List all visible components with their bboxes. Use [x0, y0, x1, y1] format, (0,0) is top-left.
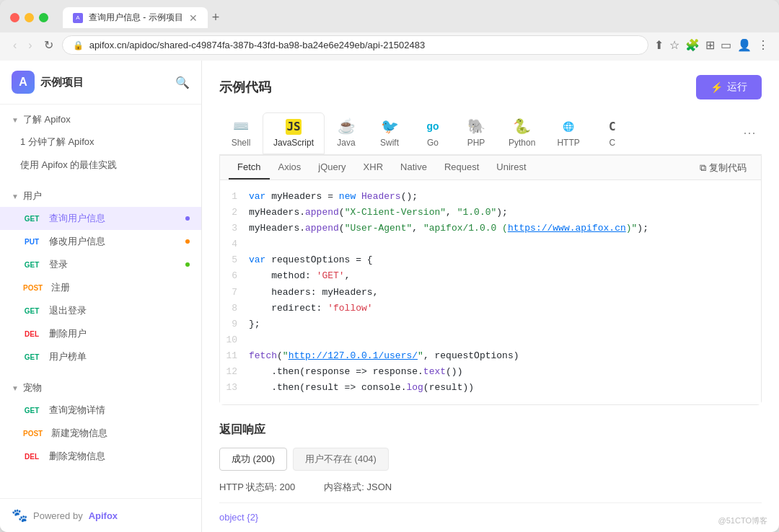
response-object[interactable]: object {2}: [219, 512, 762, 523]
extension-icon[interactable]: 🧩: [685, 38, 700, 52]
line-number: 9: [226, 316, 249, 332]
close-tab-button[interactable]: ✕: [189, 12, 198, 24]
traffic-lights: [10, 13, 48, 22]
http-status: HTTP 状态码: 200: [219, 481, 295, 494]
profile-icon[interactable]: 👤: [737, 38, 752, 52]
address-bar: ‹ › ↻ 🔒 apifox.cn/apidoc/shared-c49874fa…: [0, 32, 779, 61]
sidebar-toggle[interactable]: ▭: [721, 38, 731, 52]
minimize-button[interactable]: [25, 13, 34, 22]
method-badge-del: DEL: [20, 329, 43, 339]
tab-c[interactable]: C C: [591, 111, 634, 154]
sidebar-group-label: 用户: [23, 190, 42, 203]
tab-php[interactable]: 🐘 PHP: [454, 111, 498, 154]
code-text: headers: myHeaders,: [249, 285, 378, 301]
tab-favicon: A: [73, 13, 83, 23]
menu-icon[interactable]: ⋮: [757, 38, 769, 52]
response-tab-label: 成功 (200): [232, 453, 275, 464]
code-line: 5 var requestOptions = {: [220, 252, 761, 268]
sidebar-item-best-practice[interactable]: 使用 Apifox 的最佳实践: [0, 154, 201, 177]
subtab-request[interactable]: Request: [436, 156, 488, 179]
subtab-axios[interactable]: Axios: [270, 156, 310, 179]
subtab-jquery[interactable]: jQuery: [309, 156, 354, 179]
line-number: 5: [226, 252, 249, 268]
tab-label: Go: [427, 138, 439, 148]
sidebar-item-get-user[interactable]: GET 查询用户信息: [0, 207, 201, 230]
tab-go[interactable]: go Go: [411, 111, 454, 154]
brand-icon: A: [12, 71, 35, 94]
sidebar-item-put-user[interactable]: PUT 修改用户信息: [0, 230, 201, 253]
language-tabs: ⌨️ Shell JS JavaScript ☕ Java 🐦 Swift go: [219, 111, 762, 155]
line-number: 10: [226, 332, 249, 348]
response-meta: HTTP 状态码: 200 内容格式: JSON: [219, 481, 762, 503]
new-tab-button[interactable]: +: [212, 10, 220, 25]
subtab-xhr[interactable]: XHR: [355, 156, 392, 179]
run-button[interactable]: ⚡ 运行: [696, 75, 762, 99]
close-button[interactable]: [10, 13, 19, 22]
forward-button[interactable]: ›: [25, 37, 35, 53]
bookmark-icon[interactable]: ☆: [669, 38, 679, 52]
code-block: 1 var myHeaders = new Headers(); 2 myHea…: [220, 180, 761, 404]
tab-python[interactable]: 🐍 Python: [498, 111, 546, 154]
c-icon: C: [604, 118, 621, 135]
tab-javascript[interactable]: JS JavaScript: [263, 112, 325, 154]
sidebar-group-apifox[interactable]: ▼ 了解 Apifox: [0, 109, 201, 130]
sidebar-item-label: 注册: [51, 281, 70, 294]
puzzle-icon[interactable]: ⊞: [705, 38, 715, 52]
tab-swift[interactable]: 🐦 Swift: [368, 111, 411, 154]
back-button[interactable]: ‹: [10, 37, 19, 53]
sidebar-item-1min[interactable]: 1 分钟了解 Apifox: [0, 130, 201, 154]
code-line: 7 headers: myHeaders,: [220, 285, 761, 301]
subtab-native[interactable]: Native: [392, 156, 436, 179]
return-title: 返回响应: [219, 422, 762, 438]
code-line: 12 .then(response => response.text()): [220, 364, 761, 380]
line-number: 3: [226, 221, 249, 236]
maximize-button[interactable]: [39, 13, 48, 22]
copy-code-button[interactable]: ⧉ 复制代码: [694, 159, 752, 177]
code-line: 9 };: [220, 316, 761, 332]
brand-name: 示例项目: [40, 76, 84, 89]
sidebar-item-get-logout[interactable]: GET 退出登录: [0, 299, 201, 322]
response-tab-200[interactable]: 成功 (200): [219, 448, 287, 471]
method-badge-get: GET: [20, 406, 43, 415]
more-languages-icon[interactable]: ⋯: [737, 125, 762, 141]
sidebar-search-icon[interactable]: 🔍: [175, 76, 190, 89]
code-line: 2 myHeaders.append("X-Client-Version", "…: [220, 205, 761, 221]
sidebar-group-user[interactable]: ▼ 用户: [0, 185, 201, 207]
tab-http[interactable]: 🌐 HTTP: [546, 111, 590, 154]
sidebar-item-label: 1 分钟了解 Apifox: [20, 136, 94, 148]
response-tab-404[interactable]: 用户不存在 (404): [293, 448, 389, 471]
run-button-label: 运行: [727, 81, 747, 94]
tab-label: Java: [337, 138, 355, 148]
lock-icon: 🔒: [73, 40, 84, 50]
sidebar-item-post-pet[interactable]: POST 新建宠物信息: [0, 422, 201, 445]
reload-button[interactable]: ↻: [41, 37, 56, 53]
python-icon: 🐍: [514, 118, 531, 135]
subtab-fetch[interactable]: Fetch: [229, 156, 270, 179]
go-icon: go: [424, 118, 441, 135]
share-icon[interactable]: ⬆: [654, 38, 664, 52]
sidebar-item-label: 退出登录: [49, 304, 87, 317]
sidebar-item-get-ranking[interactable]: GET 用户榜单: [0, 345, 201, 368]
active-browser-tab[interactable]: A 查询用户信息 - 示例项目 ✕: [63, 7, 208, 28]
sidebar-item-del-user[interactable]: DEL 删除用户: [0, 322, 201, 345]
url-bar[interactable]: 🔒 apifox.cn/apidoc/shared-c49874fa-387b-…: [62, 35, 648, 55]
line-number: 2: [226, 205, 249, 221]
sidebar-item-get-login[interactable]: GET 登录: [0, 253, 201, 276]
sidebar-item-label: 用户榜单: [49, 350, 87, 363]
code-text: };: [249, 316, 260, 332]
tab-java[interactable]: ☕ Java: [325, 111, 368, 154]
line-number: 4: [226, 236, 249, 252]
title-bar: A 查询用户信息 - 示例项目 ✕ +: [0, 0, 779, 32]
code-text: redirect: 'follow': [249, 301, 373, 316]
sidebar-item-del-pet[interactable]: DEL 删除宠物信息: [0, 445, 201, 468]
sidebar-item-label: 使用 Apifox 的最佳实践: [20, 159, 117, 172]
sidebar-item-label: 新建宠物信息: [51, 427, 107, 440]
sidebar-group-pet[interactable]: ▼ 宠物: [0, 377, 201, 399]
content-type: 内容格式: JSON: [324, 481, 392, 494]
sidebar-item-get-pet[interactable]: GET 查询宠物详情: [0, 399, 201, 422]
main-content: 示例代码 ⚡ 运行 ⌨️ Shell JS JavaScript ☕: [202, 61, 779, 532]
sidebar-item-post-register[interactable]: POST 注册: [0, 276, 201, 299]
subtab-unirest[interactable]: Unirest: [488, 156, 534, 179]
copy-label: 复制代码: [709, 161, 747, 174]
tab-shell[interactable]: ⌨️ Shell: [219, 111, 263, 154]
